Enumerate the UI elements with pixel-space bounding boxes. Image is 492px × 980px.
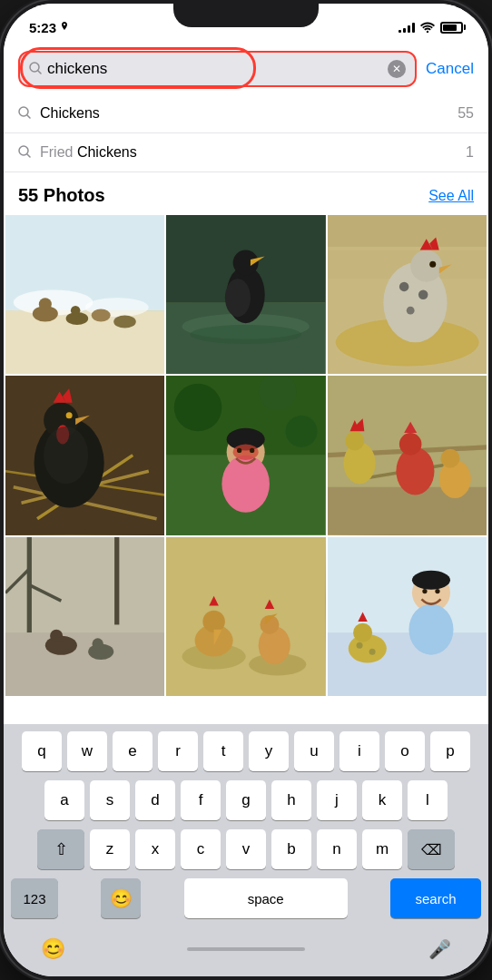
svg-point-68 — [399, 433, 422, 456]
svg-point-14 — [71, 306, 81, 316]
keyboard-row-2: a s d f g h j k l — [7, 780, 485, 820]
backspace-key[interactable]: ⌫ — [408, 829, 455, 869]
svg-point-81 — [93, 638, 103, 649]
svg-point-104 — [369, 648, 375, 654]
svg-line-4 — [27, 115, 30, 118]
key-b[interactable]: b — [271, 829, 311, 869]
search-bar[interactable]: chickens ✕ — [18, 51, 417, 87]
svg-point-12 — [39, 298, 52, 310]
key-t[interactable]: t — [203, 731, 243, 771]
photo-cell-4[interactable] — [5, 376, 164, 534]
svg-point-67 — [396, 447, 434, 495]
key-a[interactable]: a — [44, 780, 84, 820]
key-o[interactable]: o — [385, 731, 425, 771]
key-q[interactable]: q — [22, 731, 62, 771]
mic-bottom-key[interactable]: 🎤 — [421, 929, 458, 969]
phone-screen: 5:23 — [4, 4, 488, 976]
suggestion-text-2: Fried Chickens — [40, 144, 457, 161]
photos-section: 55 Photos See All — [4, 172, 488, 696]
time-label: 5:23 — [29, 20, 56, 35]
see-all-button[interactable]: See All — [428, 188, 474, 204]
key-e[interactable]: e — [113, 731, 153, 771]
svg-point-96 — [412, 570, 450, 589]
svg-point-48 — [44, 426, 88, 484]
battery-icon — [440, 22, 463, 34]
key-r[interactable]: r — [158, 731, 198, 771]
emoji-key[interactable]: 😊 — [101, 878, 141, 918]
shift-key[interactable]: ⇧ — [37, 829, 84, 869]
key-g[interactable]: g — [226, 780, 266, 820]
signal-bars — [399, 22, 415, 33]
space-key[interactable]: space — [184, 878, 348, 918]
photo-cell-2[interactable] — [166, 215, 325, 374]
photo-cell-7[interactable] — [5, 537, 164, 696]
photo-cell-8[interactable] — [166, 537, 325, 696]
keyboard-row-4: 123 😊 space search — [7, 878, 485, 918]
svg-point-65 — [345, 432, 364, 451]
home-indicator — [187, 947, 305, 951]
notch — [173, 0, 319, 27]
search-query-text[interactable]: chickens — [47, 60, 382, 78]
svg-point-59 — [250, 448, 254, 453]
key-z[interactable]: z — [90, 829, 130, 869]
numbers-key[interactable]: 123 — [11, 878, 58, 918]
photo-cell-5[interactable] — [166, 376, 325, 534]
svg-point-53 — [286, 416, 318, 447]
key-s[interactable]: s — [90, 780, 130, 820]
svg-rect-82 — [166, 537, 325, 696]
emoji-bottom-key[interactable]: 😊 — [34, 929, 71, 969]
suggestion-search-icon-2 — [18, 145, 31, 161]
photo-cell-1[interactable] — [5, 215, 164, 374]
key-n[interactable]: n — [317, 829, 357, 869]
svg-point-31 — [418, 289, 428, 299]
svg-point-47 — [66, 413, 73, 419]
svg-point-32 — [406, 307, 414, 315]
keyboard: q w e r t y u i o p a s d f g h j k — [4, 724, 488, 976]
key-f[interactable]: f — [181, 780, 221, 820]
photo-cell-6[interactable] — [328, 376, 487, 534]
key-j[interactable]: j — [317, 780, 357, 820]
phone-frame: 5:23 — [0, 0, 492, 980]
suggestion-text-1: Chickens — [40, 105, 448, 122]
svg-point-16 — [113, 315, 136, 328]
key-p[interactable]: p — [430, 731, 470, 771]
key-h[interactable]: h — [271, 780, 311, 820]
suggestion-item-chickens[interactable]: Chickens 55 — [4, 94, 488, 133]
svg-point-86 — [203, 610, 226, 632]
suggestions-list: Chickens 55 Fried Chickens 1 — [4, 94, 488, 172]
svg-point-57 — [233, 445, 259, 461]
svg-point-98 — [422, 589, 427, 593]
svg-rect-26 — [328, 215, 487, 247]
key-k[interactable]: k — [362, 780, 402, 820]
svg-point-33 — [410, 250, 442, 282]
clear-button[interactable]: ✕ — [388, 60, 406, 78]
bottom-bar: 😊 🎤 — [7, 924, 485, 973]
suggestion-item-fried-chickens[interactable]: Fried Chickens 1 — [4, 133, 488, 172]
search-key[interactable]: search — [390, 878, 481, 918]
status-right — [399, 22, 463, 34]
key-d[interactable]: d — [135, 780, 175, 820]
cancel-button[interactable]: Cancel — [426, 60, 474, 78]
key-m[interactable]: m — [362, 829, 402, 869]
key-i[interactable]: i — [339, 731, 379, 771]
svg-point-71 — [440, 449, 459, 468]
key-c[interactable]: c — [181, 829, 221, 869]
key-x[interactable]: x — [135, 829, 175, 869]
status-time: 5:23 — [29, 20, 70, 35]
photo-cell-9[interactable] — [328, 537, 487, 696]
keyboard-row-1: q w e r t y u i o p — [7, 731, 485, 771]
svg-point-30 — [399, 282, 409, 292]
key-l[interactable]: l — [408, 780, 448, 820]
photo-cell-3[interactable] — [328, 215, 487, 374]
key-y[interactable]: y — [249, 731, 289, 771]
photos-grid — [4, 215, 488, 696]
key-v[interactable]: v — [226, 829, 266, 869]
svg-point-99 — [435, 589, 439, 593]
svg-line-6 — [27, 154, 30, 157]
key-u[interactable]: u — [294, 731, 334, 771]
location-icon — [59, 22, 70, 33]
svg-rect-77 — [5, 632, 164, 696]
suggestion-count-1: 55 — [458, 105, 474, 122]
svg-point-0 — [427, 31, 428, 33]
key-w[interactable]: w — [67, 731, 107, 771]
